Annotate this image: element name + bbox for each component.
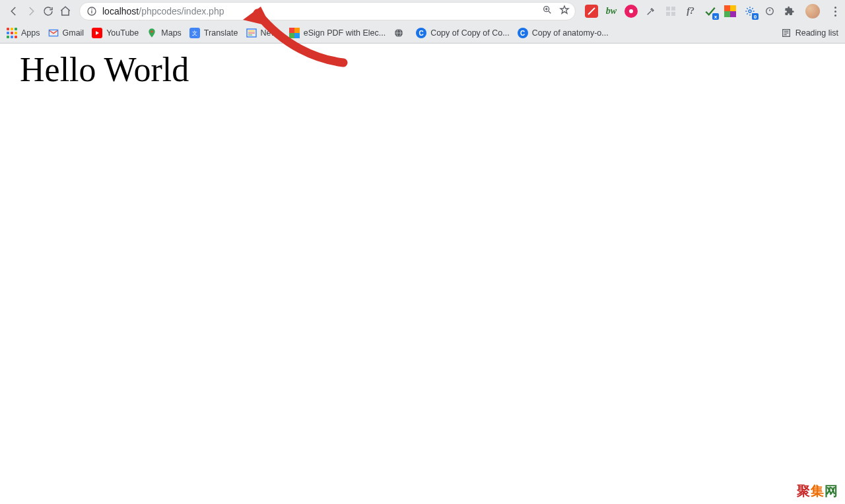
ext-badge: 0 <box>752 13 759 20</box>
chrome-menu-button[interactable] <box>829 7 841 16</box>
ext-icon-grid-grey[interactable] <box>664 5 677 18</box>
gmail-icon <box>48 28 59 38</box>
bookmark-label: Copy of Copy of Co... <box>430 28 510 38</box>
bookmark-maps[interactable]: Maps <box>147 28 182 38</box>
svg-text:文: 文 <box>192 30 197 36</box>
svg-rect-8 <box>671 7 675 11</box>
arrow-left-icon <box>8 5 20 17</box>
svg-rect-1 <box>91 11 92 14</box>
svg-point-20 <box>151 30 153 32</box>
extensions-area: bw f? x 0 <box>585 4 841 18</box>
bookmark-copy-of-copy[interactable]: C Copy of Copy of Co... <box>416 28 510 38</box>
svg-point-15 <box>749 10 751 13</box>
bookmark-copy-of-anatomy[interactable]: C Copy of anatomy-o... <box>518 28 609 38</box>
bookmark-label: Gmail <box>63 28 84 38</box>
bookmark-news[interactable]: News <box>246 28 281 38</box>
reading-list-icon <box>781 28 792 38</box>
bookmark-label: eSign PDF with Elec... <box>304 28 386 38</box>
page-viewport: Hello World 聚集网 <box>0 44 845 504</box>
svg-rect-12 <box>730 5 736 11</box>
back-button[interactable] <box>5 3 22 20</box>
svg-line-4 <box>549 11 551 13</box>
watermark-text: 聚集网 <box>797 482 838 500</box>
svg-rect-14 <box>730 11 736 17</box>
ext-icon-red-slash[interactable] <box>585 5 598 18</box>
bookmark-translate[interactable]: 文 Translate <box>189 28 238 38</box>
omnibox-actions <box>542 5 570 18</box>
translate-icon: 文 <box>189 28 200 38</box>
reading-list-button[interactable]: Reading list <box>781 28 838 38</box>
svg-rect-26 <box>289 28 294 33</box>
extensions-puzzle-icon[interactable] <box>783 5 796 18</box>
svg-rect-29 <box>294 33 300 38</box>
bookmark-esign-pdf[interactable]: eSign PDF with Elec... <box>289 28 386 38</box>
svg-rect-7 <box>666 7 670 11</box>
letter-c-icon: C <box>518 28 528 38</box>
youtube-icon <box>92 28 102 38</box>
letter-c-icon: C <box>416 28 426 38</box>
zoom-icon[interactable] <box>542 5 553 18</box>
svg-rect-28 <box>289 33 294 38</box>
ext-icon-color-squares[interactable] <box>724 5 737 18</box>
bookmark-star-icon[interactable] <box>559 5 570 18</box>
bookmark-globe-empty[interactable] <box>393 28 408 38</box>
browser-chrome: localhost/phpcodes/index.php bw <box>0 0 845 44</box>
toolbar: localhost/phpcodes/index.php bw <box>0 0 845 22</box>
svg-rect-9 <box>666 12 670 16</box>
profile-avatar[interactable] <box>805 4 820 18</box>
bookmark-label: Translate <box>204 28 238 38</box>
site-info-icon[interactable] <box>86 6 97 16</box>
ext-icon-bw[interactable]: bw <box>605 5 618 18</box>
url-host: localhost <box>102 6 139 16</box>
svg-rect-10 <box>671 12 675 16</box>
url-text: localhost/phpcodes/index.php <box>102 6 224 16</box>
home-button[interactable] <box>57 3 74 20</box>
url-path: /phpcodes/index.php <box>139 6 224 16</box>
ext-icon-eyedropper[interactable] <box>644 5 658 18</box>
reading-list-label: Reading list <box>795 28 838 38</box>
reload-icon <box>42 5 54 17</box>
home-icon <box>59 5 71 17</box>
ext-icon-f-question[interactable]: f? <box>684 5 697 18</box>
maps-icon <box>147 28 157 38</box>
bookmark-apps[interactable]: Apps <box>7 28 40 38</box>
svg-rect-11 <box>724 5 730 11</box>
esign-icon <box>289 28 300 38</box>
reload-button[interactable] <box>40 3 57 20</box>
ext-icon-green-check[interactable]: x <box>704 5 717 18</box>
bookmark-label: Apps <box>21 28 40 38</box>
arrow-right-icon <box>25 5 37 17</box>
ext-badge: x <box>712 13 719 20</box>
ext-icon-pink-circle[interactable] <box>625 5 638 18</box>
svg-marker-19 <box>96 31 99 35</box>
bookmark-youtube[interactable]: YouTube <box>92 28 139 38</box>
bookmark-label: News <box>261 28 281 38</box>
apps-grid-icon <box>7 28 17 38</box>
page-heading: Hello World <box>0 44 845 89</box>
svg-rect-2 <box>91 9 92 9</box>
globe-icon <box>393 28 404 38</box>
bookmarks-bar: Apps Gmail YouTube Maps 文 Translate <box>0 22 845 44</box>
svg-rect-27 <box>294 28 300 33</box>
news-icon <box>246 28 257 38</box>
bookmark-label: Maps <box>161 28 182 38</box>
svg-rect-13 <box>724 11 730 17</box>
address-bar[interactable]: localhost/phpcodes/index.php <box>79 2 576 20</box>
ext-icon-gear-blue[interactable]: 0 <box>743 5 757 18</box>
bookmark-label: YouTube <box>106 28 139 38</box>
bookmark-gmail[interactable]: Gmail <box>48 28 84 38</box>
forward-button[interactable] <box>22 3 40 20</box>
ext-icon-circle-outline[interactable] <box>763 5 776 18</box>
bookmark-label: Copy of anatomy-o... <box>532 28 609 38</box>
